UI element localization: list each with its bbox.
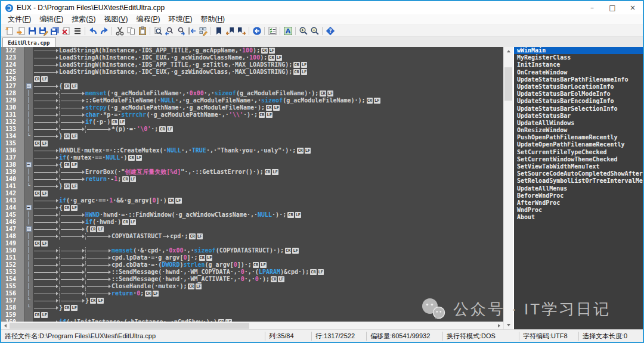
save-button[interactable] xyxy=(26,26,38,36)
go-back-button[interactable] xyxy=(251,26,262,36)
find-button[interactable] xyxy=(152,26,163,36)
tab-editultra-cpp[interactable]: EditUltra.cpp xyxy=(2,38,56,47)
code-line-125[interactable]: 125LoadStringW(hInstance,·IDC_EUX,·g_szW… xyxy=(1,68,503,76)
code-line-140[interactable]: 140│return·-1;CRLF xyxy=(1,176,503,183)
fold-collapse-icon[interactable]: − xyxy=(24,161,33,169)
scroll-down-icon[interactable] xyxy=(504,321,513,329)
function-list-item[interactable]: WndProc xyxy=(514,207,643,214)
code-line-134[interactable]: 134└}CRLF xyxy=(1,133,503,140)
minimize-button[interactable]: – xyxy=(582,1,602,14)
code-line-128[interactable]: 128│memset(·g_acModuleFileName·,·0x00·,·… xyxy=(1,90,503,97)
menu-env[interactable]: 环境(E) xyxy=(164,14,196,24)
close-button[interactable]: × xyxy=(623,1,643,14)
menu-view[interactable]: 视图(V) xyxy=(100,14,132,24)
copy-button[interactable] xyxy=(125,26,137,36)
code-line-122[interactable]: 122LoadStringA(hInstance,·IDS_APP_TITLE,… xyxy=(1,47,503,54)
find-prev-button[interactable] xyxy=(163,26,175,36)
scroll-left-icon[interactable] xyxy=(1,322,10,329)
find-next-button[interactable] xyxy=(175,26,186,36)
menu-help[interactable]: 帮助(H) xyxy=(196,14,229,24)
code-line-156[interactable]: 156│return·0;CRLF xyxy=(1,290,503,297)
code-line-136[interactable]: 136HANDLE·mutex·=·::CreateMutex(·NULL·,·… xyxy=(1,147,503,154)
code-line-147[interactable]: 147−{CRLF xyxy=(1,226,503,233)
horizontal-scroll-thumb[interactable] xyxy=(10,323,249,329)
function-list-item[interactable]: UpdateStatusBarEolModeInfo xyxy=(514,91,643,98)
code-line-127[interactable]: 127−{CRLF xyxy=(1,83,503,90)
function-list-item[interactable]: UpdateStatusBarEncodingInfo xyxy=(514,98,643,105)
code-editor[interactable]: 122LoadStringA(hInstance,·IDS_APP_TITLE,… xyxy=(1,47,503,322)
zoom-in-button[interactable] xyxy=(298,26,309,36)
code-line-158[interactable]: 158└}CRLF xyxy=(1,304,503,311)
fold-collapse-icon[interactable]: − xyxy=(24,226,33,233)
bookmark-button[interactable] xyxy=(213,26,224,36)
code-line-157[interactable]: 157└}CRLF xyxy=(1,297,503,304)
fold-collapse-icon[interactable]: − xyxy=(24,204,33,211)
function-list-item[interactable]: BeforeWndProc xyxy=(514,192,643,199)
function-list-item[interactable]: SetViewTabWidthMenuText xyxy=(514,163,643,170)
code-line-143[interactable]: 143if(·g_argc·==·1·&&·g_argv[0]·)CRLF xyxy=(1,197,503,204)
code-line-149[interactable]: 149│CRLF xyxy=(1,240,503,247)
vertical-scrollbar[interactable] xyxy=(503,47,513,329)
code-line-124[interactable]: 124LoadStringW(hInstance,·IDS_APP_TITLE,… xyxy=(1,61,503,68)
function-list-item[interactable]: MyRegisterClass xyxy=(514,54,643,61)
code-line-135[interactable]: 135CRLF xyxy=(1,140,503,147)
code-line-138[interactable]: 138−{CRLF xyxy=(1,161,503,169)
syntax-highlight-button[interactable]: A xyxy=(282,26,293,36)
function-list-item[interactable]: UpdateAllWindows xyxy=(514,120,643,127)
cut-button[interactable] xyxy=(114,26,125,36)
column-edit-button[interactable] xyxy=(197,26,209,36)
code-line-154[interactable]: 154│::SendMessage(·hwnd·,·WM_ACTIVATE·,·… xyxy=(1,276,503,283)
paste-button[interactable] xyxy=(137,26,148,36)
code-line-139[interactable]: 139│ErrorBox(·"创建互斥量失败[%d]"·,·::GetLastE… xyxy=(1,169,503,176)
function-list-item[interactable]: AfterWndProc xyxy=(514,199,643,207)
function-list-item[interactable]: UpdateStatusBarSelectionInfo xyxy=(514,105,643,113)
code-line-145[interactable]: 145│HWND·hwnd·=·::FindWindow(·g_acWindow… xyxy=(1,211,503,219)
goto-line-button[interactable] xyxy=(186,26,197,36)
prev-bookmark-button[interactable] xyxy=(224,26,236,36)
function-list-item[interactable]: UpdateStatusBarPathFilenameInfo xyxy=(514,76,643,83)
menu-program[interactable]: 编程(P) xyxy=(132,14,164,24)
code-line-142[interactable]: 142CRLF xyxy=(1,190,503,197)
close-file-button[interactable] xyxy=(60,26,72,36)
function-list-item[interactable]: UpdateStatusBarLocationInfo xyxy=(514,83,643,91)
function-list-item[interactable]: SetCurrentFileTypeChecked xyxy=(514,149,643,156)
vertical-scroll-thumb[interactable] xyxy=(504,67,512,101)
code-line-144[interactable]: 144−{CRLF xyxy=(1,204,503,211)
next-bookmark-button[interactable] xyxy=(236,26,247,36)
code-line-151[interactable]: 151│cpd.lpData·=·g_argv[0]·;CRLF xyxy=(1,254,503,261)
maximize-button[interactable]: □ xyxy=(602,1,623,14)
horizontal-scrollbar[interactable] xyxy=(1,322,503,329)
code-line-148[interactable]: 148│COPYDATASTRUCTcpd·;CRLF xyxy=(1,233,503,240)
code-line-159[interactable]: 159CRLF xyxy=(1,311,503,319)
code-line-126[interactable]: 126CRLF xyxy=(1,76,503,83)
code-line-133[interactable]: 133│*(p)·=·'\0'·;CRLF xyxy=(1,126,503,133)
function-list-item[interactable]: SetSourceCodeAutoCompletedShowAfter xyxy=(514,170,643,177)
function-list-item[interactable]: wWinMain xyxy=(514,47,643,54)
menu-edit[interactable]: 编辑(E) xyxy=(35,14,67,24)
code-line-131[interactable]: 131│char·*p·=·strrchr(·g_acModulePathNam… xyxy=(1,111,503,119)
save-as-button[interactable] xyxy=(38,26,49,36)
function-list-item[interactable]: InitInstance xyxy=(514,61,643,68)
code-line-141[interactable]: 141└}CRLF xyxy=(1,183,503,190)
redo-button[interactable] xyxy=(98,26,110,36)
undo-button[interactable] xyxy=(87,26,98,36)
save-all-button[interactable] xyxy=(49,26,60,36)
about-button[interactable]: ? xyxy=(324,26,336,36)
function-list-item[interactable]: OnCreateWindow xyxy=(514,69,643,76)
code-line-152[interactable]: 152│cpd.cbData·=·(DWORD)strlen(g_argv[0]… xyxy=(1,261,503,269)
menu-search[interactable]: 搜索(S) xyxy=(67,14,100,24)
scroll-right-icon[interactable] xyxy=(495,322,503,329)
menu-file[interactable]: 文件(F) xyxy=(4,14,35,24)
code-line-137[interactable]: 137if(·mutex·==·NULL·)CRLF xyxy=(1,154,503,161)
function-list-item[interactable]: PushOpenPathFilenameRecently xyxy=(514,134,643,141)
function-list-item[interactable]: UpdateAllMenus xyxy=(514,185,643,192)
open-file-button[interactable] xyxy=(15,26,26,36)
code-line-123[interactable]: 123LoadStringA(hInstance,·IDC_EUX,·g_acW… xyxy=(1,54,503,61)
function-list-item[interactable]: SetCurrentWindowThemeChecked xyxy=(514,156,643,163)
code-line-146[interactable]: 146│if(·hwnd·)CRLF xyxy=(1,219,503,226)
todo-list-button[interactable] xyxy=(267,26,278,36)
code-line-153[interactable]: 153│::SendMessage(·hwnd·,·WM_COPYDATA·,·… xyxy=(1,269,503,276)
function-list-item[interactable]: SetReloadSymbolListOrTreeIntervalMe xyxy=(514,177,643,185)
code-line-150[interactable]: 150│memset(·&·cpd·,·0x00·,·sizeof(COPYDA… xyxy=(1,247,503,254)
code-line-130[interactable]: 130│strcpy(·g_acModulePathName·,·g_acMod… xyxy=(1,104,503,111)
